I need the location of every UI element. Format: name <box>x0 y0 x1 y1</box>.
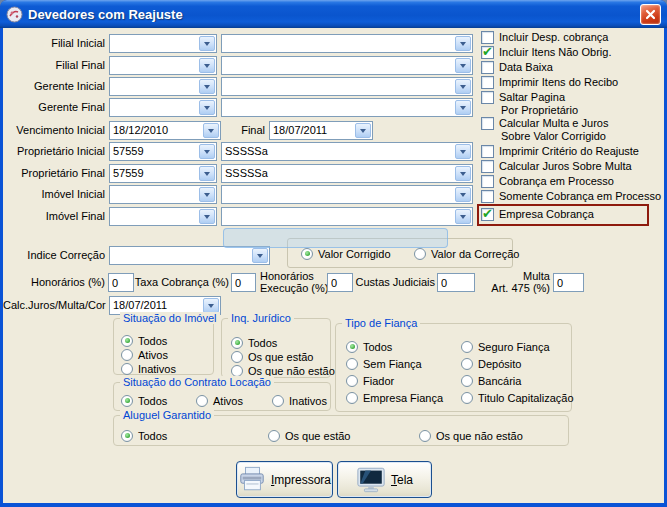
checkbox-box[interactable] <box>481 208 494 221</box>
checkbox-box[interactable] <box>481 61 494 74</box>
chevron-down-icon[interactable] <box>199 36 215 51</box>
gerente-inicial-name-combo[interactable] <box>221 77 473 96</box>
chevron-down-icon[interactable] <box>455 36 471 51</box>
chevron-down-icon[interactable] <box>455 100 471 115</box>
radio-contrato-todos[interactable]: Todos <box>121 394 167 407</box>
checkbox-box[interactable] <box>481 160 494 173</box>
honorarios-execucao-input[interactable] <box>327 273 353 292</box>
radio-label: Os que não estão <box>431 430 523 442</box>
radio-label: Bancária <box>473 375 521 387</box>
checkbox-box[interactable] <box>481 46 494 59</box>
chevron-down-icon[interactable] <box>199 100 215 115</box>
imovel-inicial-combo[interactable] <box>109 185 217 204</box>
radio-fianca-empresa-fianca[interactable]: Empresa Fiança <box>346 391 443 404</box>
checkbox-saltar-pagina-por-proprietario[interactable]: Saltar PaginaPor Proprietário <box>481 91 578 117</box>
radio-imovel-ativos[interactable]: Ativos <box>121 348 168 361</box>
chevron-down-icon[interactable] <box>455 166 471 181</box>
checkbox-box[interactable] <box>481 31 494 44</box>
checkbox-label: Calcular Juros Sobre Multa <box>494 160 632 173</box>
radio-fianca-todos[interactable]: Todos <box>346 340 392 353</box>
chevron-down-icon[interactable] <box>252 248 268 263</box>
filial-final-combo[interactable] <box>109 56 217 75</box>
chevron-down-icon[interactable] <box>199 187 215 202</box>
gerente-inicial-combo[interactable] <box>109 77 217 96</box>
checkbox-imprimir-itens-do-recibo[interactable]: Imprimir Itens do Recibo <box>481 76 618 89</box>
chevron-down-icon[interactable] <box>199 58 215 73</box>
chevron-down-icon[interactable] <box>455 209 471 224</box>
gerente-inicial-label: Gerente Inicial <box>3 77 105 96</box>
checkbox-box[interactable] <box>481 190 494 203</box>
indice-correcao-combo[interactable] <box>109 246 270 265</box>
radio-imovel-inativos[interactable]: Inativos <box>121 362 176 375</box>
checkbox-incluir-itens-nao-obrig[interactable]: Incluir Itens Não Obrig. <box>481 46 612 59</box>
chevron-down-icon[interactable] <box>199 144 215 159</box>
custas-judiciais-input[interactable] <box>437 273 475 292</box>
proprietario-final-name-combo[interactable]: SSSSSa <box>221 164 473 183</box>
proprietario-final-combo[interactable]: 57559 <box>109 164 217 183</box>
checkbox-imprimir-criterio-do-reajuste[interactable]: Imprimir Critério do Reajuste <box>481 145 639 158</box>
checkbox-box[interactable] <box>481 145 494 158</box>
chevron-down-icon[interactable] <box>455 144 471 159</box>
radio-valor-corrigido[interactable]: Valor Corrigido <box>301 247 391 260</box>
imovel-final-combo[interactable] <box>109 207 217 226</box>
checkbox-box[interactable] <box>481 76 494 89</box>
radio-fianca-titulo-capitalizacao[interactable]: Titulo Capitalização <box>461 391 574 404</box>
checkbox-incluir-desp-cobranca[interactable]: Incluir Desp. cobrança <box>481 31 608 44</box>
app-icon <box>6 6 23 23</box>
radio-fianca-deposito[interactable]: Depósito <box>461 357 521 370</box>
chevron-down-icon[interactable] <box>455 187 471 202</box>
proprietario-inicial-name-combo[interactable]: SSSSSa <box>221 142 473 161</box>
title-bar[interactable]: Devedores com Reajuste <box>0 0 667 28</box>
vencimento-final-combo[interactable]: 18/07/2011 <box>269 121 373 140</box>
radio-aluguel-os-que-nao-estao[interactable]: Os que não estão <box>419 429 523 442</box>
imovel-final-name-combo[interactable] <box>221 207 473 226</box>
proprietario-inicial-combo[interactable]: 57559 <box>109 142 217 161</box>
chevron-down-icon[interactable] <box>199 166 215 181</box>
chevron-down-icon[interactable] <box>455 58 471 73</box>
radio-fianca-fiador[interactable]: Fiador <box>346 374 394 387</box>
checkbox-cobranca-em-processo[interactable]: Cobrança em Processo <box>481 175 614 188</box>
multa-art475-input[interactable] <box>553 273 584 292</box>
chevron-down-icon[interactable] <box>199 209 215 224</box>
checkbox-data-baixa[interactable]: Data Baixa <box>481 61 553 74</box>
chevron-down-icon[interactable] <box>199 79 215 94</box>
checkbox-box[interactable] <box>481 175 494 188</box>
radio-label: Todos <box>133 430 167 442</box>
chevron-down-icon[interactable] <box>203 298 219 313</box>
radio-inq-todos[interactable]: Todos <box>231 336 277 349</box>
radio-dot <box>301 248 313 260</box>
vencimento-inicial-combo[interactable]: 18/12/2010 <box>109 121 221 140</box>
chevron-down-icon[interactable] <box>355 123 371 138</box>
checkbox-box[interactable] <box>481 117 494 130</box>
filial-final-name-combo[interactable] <box>221 56 473 75</box>
chevron-down-icon[interactable] <box>203 123 219 138</box>
radio-contrato-ativos[interactable]: Ativos <box>196 394 243 407</box>
radio-aluguel-todos[interactable]: Todos <box>121 429 167 442</box>
radio-fianca-bancaria[interactable]: Bancária <box>461 374 521 387</box>
taxa-cobranca-input[interactable] <box>231 273 256 292</box>
radio-dot <box>196 395 208 407</box>
checkbox-calcular-multa-e-juros[interactable]: Calcular Multa e JurosSobre Valor Corrig… <box>481 117 608 143</box>
radio-fianca-sem-fianca[interactable]: Sem Fiança <box>346 357 422 370</box>
radio-imovel-todos[interactable]: Todos <box>121 334 167 347</box>
radio-contrato-inativos[interactable]: Inativos <box>272 394 327 407</box>
impressora-button[interactable]: Impressora <box>236 461 333 498</box>
gerente-final-name-combo[interactable] <box>221 98 473 117</box>
checkbox-box[interactable] <box>481 91 494 104</box>
close-button[interactable] <box>640 4 661 25</box>
radio-inq-os-que-estao[interactable]: Os que estão <box>231 350 313 363</box>
chevron-down-icon[interactable] <box>455 79 471 94</box>
radio-aluguel-os-que-estao[interactable]: Os que estão <box>268 429 350 442</box>
radio-fianca-seguro-fianca[interactable]: Seguro Fiança <box>461 340 550 353</box>
checkbox-empresa-cobranca[interactable]: Empresa Cobrança <box>481 208 594 221</box>
filial-inicial-combo[interactable] <box>109 34 217 53</box>
checkbox-calcular-juros-sobre-multa[interactable]: Calcular Juros Sobre Multa <box>481 160 632 173</box>
gerente-final-combo[interactable] <box>109 98 217 117</box>
radio-valor-da-correcao[interactable]: Valor da Correção <box>414 247 519 260</box>
filial-inicial-name-combo[interactable] <box>221 34 473 53</box>
checkbox-label: Cobrança em Processo <box>494 175 614 188</box>
tela-button[interactable]: Tela <box>337 461 432 498</box>
imovel-inicial-name-combo[interactable] <box>221 185 473 204</box>
checkbox-somente-cobranca-em-processo[interactable]: Somente Cobrança em Processo <box>481 190 661 203</box>
honorarios-input[interactable] <box>108 273 134 292</box>
